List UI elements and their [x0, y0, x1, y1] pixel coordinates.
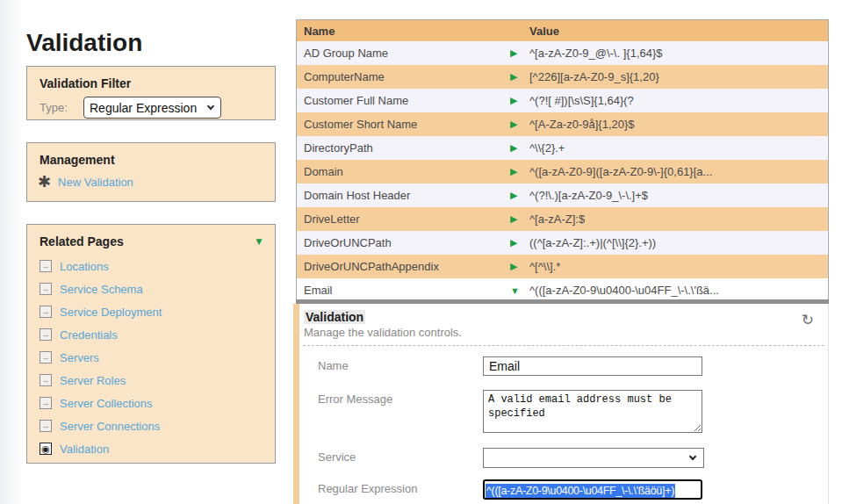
collapse-triangle-icon[interactable]: ▼ — [254, 235, 264, 248]
sidebar-item-label: Servers — [60, 351, 99, 364]
row-name-cell: ComputerName — [297, 70, 510, 83]
sidebar-item-label: Service Deployment — [60, 306, 162, 319]
row-value-text: ((^[a-zA-Z]:.+)|(^[\\]{2}.+)) — [529, 236, 656, 249]
error-message-textarea[interactable]: A valid email address must be specified — [483, 390, 702, 433]
sidebar-item-label: Server Connections — [60, 420, 160, 433]
row-value-cell: ▶^[a-zA-Z0-9_@\-\. ]{1,64}$ — [510, 47, 828, 60]
expand-row-icon[interactable]: ▶ — [510, 71, 522, 83]
table-row[interactable]: Domain▶^([a-zA-Z0-9]([a-zA-Z0-9\-]{0,61}… — [297, 160, 828, 184]
validation-table: Name Value AD Group Name▶^[a-zA-Z0-9_@\-… — [296, 19, 829, 302]
expand-row-icon[interactable]: ▶ — [510, 166, 522, 177]
sidebar-item-label: Service Schema — [60, 283, 143, 296]
target-icon: ◉ — [40, 443, 52, 455]
sidebar-item-server-connections[interactable]: →Server Connections — [27, 414, 275, 437]
row-value-cell: ▶^(?!\.)[a-zA-Z0-9_\-\.]+$ — [510, 189, 828, 202]
detail-left-accent — [293, 304, 299, 504]
validation-filter-box: Validation Filter Type: Regular Expressi… — [26, 66, 276, 120]
table-row[interactable]: ComputerName▶[^226][a-zA-Z0-9_s]{1,20} — [297, 65, 828, 89]
row-value-cell: ▶^\\{2}.+ — [510, 141, 828, 155]
row-name-cell: Customer Full Name — [297, 94, 510, 107]
arrow-icon: → — [40, 397, 52, 409]
table-row[interactable]: DriveLetter▶^[a-zA-Z]:$ — [297, 207, 828, 231]
row-name-cell: DirectoryPath — [297, 141, 510, 155]
management-box: Management ✱ New Validation — [26, 142, 276, 202]
related-pages-title: Related Pages ▼ — [27, 225, 275, 248]
name-field-label: Name — [318, 356, 483, 376]
sidebar-item-servers[interactable]: →Servers — [27, 346, 275, 369]
table-row[interactable]: Customer Full Name▶^(?![ #])[\s\S]{1,64}… — [297, 89, 828, 112]
name-input[interactable] — [483, 356, 702, 376]
row-value-cell: ▶^([a-zA-Z0-9]([a-zA-Z0-9\-]{0,61}[a... — [510, 165, 828, 178]
row-value-cell: ▶^[a-zA-Z]:$ — [510, 212, 828, 226]
column-header-value: Value — [510, 25, 828, 38]
sidebar-item-server-collections[interactable]: →Server Collections — [27, 392, 275, 414]
selected-text: ^(([a-zA-Z0-9\u0400-\u04FF_\-\.\'ßäöü]+) — [486, 484, 675, 499]
row-value-cell: ▶^[^\\].* — [510, 260, 828, 273]
sidebar-item-credentials[interactable]: →Credentials — [27, 323, 275, 346]
row-name-cell: Email — [297, 284, 510, 297]
validation-detail-panel: Validation ↻ Manage the validation contr… — [293, 304, 829, 504]
page-left-gradient — [0, 0, 23, 504]
table-row[interactable]: AD Group Name▶^[a-zA-Z0-9_@\-\. ]{1,64}$ — [297, 41, 828, 65]
sidebar-item-server-roles[interactable]: →Server Roles — [27, 369, 275, 392]
sidebar-item-validation[interactable]: ◉Validation — [27, 437, 275, 460]
expand-row-icon[interactable]: ▶ — [510, 119, 522, 130]
row-name-cell: DriveOrUNCPathAppendix — [297, 260, 510, 273]
expand-row-icon[interactable]: ▶ — [510, 142, 522, 154]
regular-expression-input[interactable]: ^(([a-zA-Z0-9\u0400-\u04FF_\-\.\'ßäöü]+) — [483, 479, 702, 500]
row-name-cell: DriveLetter — [297, 212, 510, 226]
management-box-title: Management — [27, 143, 275, 167]
table-row[interactable]: DriveOrUNCPathAppendix▶^[^\\].* — [297, 255, 828, 278]
arrow-icon: → — [40, 260, 52, 272]
expand-row-icon[interactable]: ▶ — [510, 190, 522, 201]
page-title: Validation — [26, 29, 142, 57]
table-row[interactable]: DriveOrUNCPath▶((^[a-zA-Z]:.+)|(^[\\]{2}… — [297, 231, 828, 255]
row-value-text: ^[a-zA-Z0-9_@\-\. ]{1,64}$ — [529, 47, 663, 60]
dashed-divider — [303, 345, 824, 346]
regular-expression-label: Regular Expression — [318, 479, 483, 500]
sidebar-item-service-deployment[interactable]: →Service Deployment — [27, 300, 275, 323]
row-value-text: [^226][a-zA-Z0-9_s]{1,20} — [529, 70, 659, 83]
table-row[interactable]: DirectoryPath▶^\\{2}.+ — [297, 136, 828, 160]
type-label: Type: — [40, 101, 83, 114]
expand-row-icon[interactable]: ▶ — [510, 261, 522, 272]
arrow-icon: → — [40, 328, 52, 341]
sidebar-item-service-schema[interactable]: →Service Schema — [27, 277, 275, 300]
collapse-row-icon[interactable]: ▼ — [510, 285, 522, 296]
related-pages-list: →Locations→Service Schema→Service Deploy… — [27, 255, 275, 460]
row-name-cell: Domain — [297, 165, 510, 178]
related-pages-box: Related Pages ▼ →Locations→Service Schem… — [26, 224, 276, 464]
row-value-cell: ▶((^[a-zA-Z]:.+)|(^[\\]{2}.+)) — [510, 236, 828, 249]
row-value-cell: ▶[^226][a-zA-Z0-9_s]{1,20} — [510, 70, 828, 83]
detail-title: Validation — [304, 310, 828, 324]
service-select[interactable] — [483, 448, 704, 468]
row-value-text: ^(([a-zA-Z0-9\u0400-\u04FF_\-\.\'ßä... — [529, 284, 719, 297]
sidebar-item-label: Validation — [60, 443, 109, 456]
expand-row-icon[interactable]: ▶ — [510, 95, 522, 106]
table-row[interactable]: Domain Host Header▶^(?!\.)[a-zA-Z0-9_\-\… — [297, 184, 828, 207]
new-validation-link[interactable]: New Validation — [58, 176, 133, 189]
refresh-icon[interactable]: ↻ — [802, 311, 814, 329]
expand-row-icon[interactable]: ▶ — [510, 237, 522, 248]
arrow-icon: → — [40, 283, 52, 295]
arrow-icon: → — [40, 351, 52, 364]
table-row[interactable]: Email▼^(([a-zA-Z0-9\u0400-\u04FF_\-\.\'ß… — [297, 278, 828, 302]
expand-row-icon[interactable]: ▶ — [510, 47, 522, 59]
sidebar-item-locations[interactable]: →Locations — [27, 255, 275, 277]
sidebar-item-label: Server Roles — [60, 374, 126, 387]
row-value-text: ^(?![ #])[\s\S]{1,64}(? — [529, 94, 634, 107]
filter-type-select[interactable]: Regular Expression — [83, 97, 221, 119]
sidebar-item-label: Server Collections — [60, 397, 153, 410]
table-header-row: Name Value — [297, 20, 828, 41]
row-name-cell: Customer Short Name — [297, 118, 510, 131]
row-name-cell: DriveOrUNCPath — [297, 236, 510, 249]
row-value-text: ^[A-Za-z0-9å]{1,20}$ — [529, 118, 635, 131]
filter-box-title: Validation Filter — [27, 67, 275, 90]
table-row[interactable]: Customer Short Name▶^[A-Za-z0-9å]{1,20}$ — [297, 112, 828, 136]
service-label: Service — [318, 448, 483, 468]
arrow-icon: → — [40, 374, 52, 386]
row-value-cell: ▶^(?![ #])[\s\S]{1,64}(? — [510, 94, 828, 107]
row-name-cell: Domain Host Header — [297, 189, 510, 202]
row-value-text: ^(?!\.)[a-zA-Z0-9_\-\.]+$ — [529, 189, 648, 202]
expand-row-icon[interactable]: ▶ — [510, 213, 522, 225]
